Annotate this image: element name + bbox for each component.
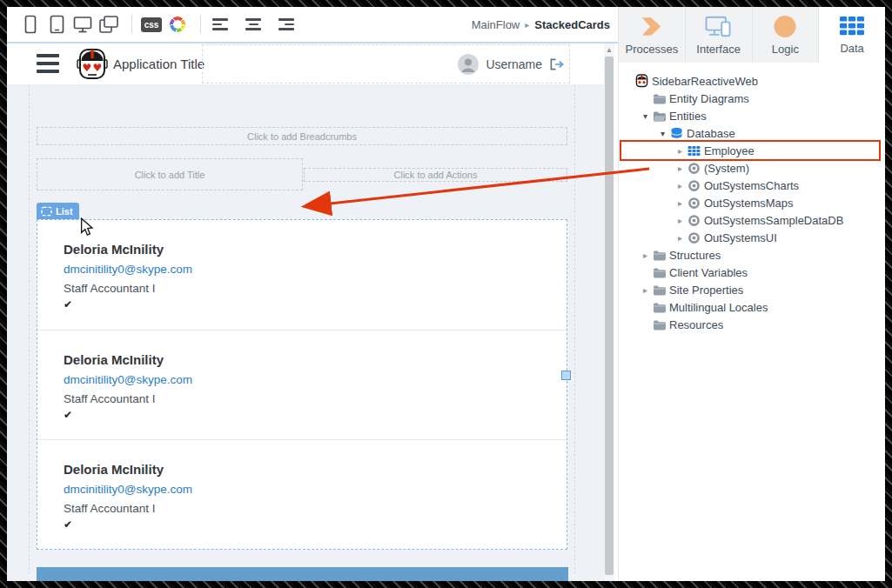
css-icon[interactable]: css [140,13,163,36]
employee-card[interactable]: Deloria McInilitydmcinitility0@skype.com… [37,330,567,439]
align-right-icon[interactable] [275,13,298,36]
hamburger-menu-icon[interactable] [37,54,59,73]
screen-right-edge [574,84,575,574]
footer-bar-widget[interactable] [37,567,568,581]
caret-collapsed-icon[interactable]: ▸ [640,285,651,295]
app-logo-icon[interactable]: ♥ ♥ [77,48,108,84]
tree-item-label: Employee [704,144,755,157]
card-email-link[interactable]: dmcinitility0@skype.com [64,263,567,276]
folder-icon [651,91,667,105]
checkmark-icon[interactable]: ✔ [64,298,567,311]
caret-collapsed-icon[interactable]: ▸ [674,198,686,208]
folder-icon [651,248,667,262]
data-icon [839,15,865,37]
placeholder-title[interactable]: Click to add Title [37,158,303,190]
employee-card[interactable]: Deloria McInilitydmcinitility0@skype.com… [37,220,567,330]
module-icon [686,196,701,210]
employee-card[interactable]: Deloria McInilitydmcinitility0@skype.com… [37,439,567,549]
styles-theme-icon[interactable] [166,13,189,36]
toolbar-divider [200,15,201,34]
tree-item-outsystemsmaps[interactable]: ▸OutSystemsMaps [619,194,885,211]
header-placeholder-cell[interactable]: Username [202,44,570,84]
logout-icon[interactable] [549,57,564,71]
card-role[interactable]: Staff Accountant I [64,282,567,295]
card-role[interactable]: Staff Accountant I [64,502,567,515]
tab-processes[interactable]: Processes [619,7,686,63]
screen-canvas[interactable]: ♥ ♥ Application Title Username [7,43,604,581]
tree-item-label: Database [687,127,735,140]
phone-icon[interactable] [19,13,42,36]
folder-icon [651,283,667,297]
folder-icon [651,300,667,314]
avatar-icon [458,54,479,75]
folder-open-icon [651,109,667,123]
card-name[interactable]: Deloria McInility [64,352,567,367]
tree-item-resources[interactable]: Resources [619,316,885,333]
tree-item-outsystemssampledatadb[interactable]: ▸OutSystemsSampleDataDB [619,211,885,229]
align-center-icon[interactable] [242,13,265,36]
tree-item-multilingual-locales[interactable]: Multilingual Locales [619,298,885,316]
screen-left-edge [29,84,30,574]
tree-item-database[interactable]: ▾Database [619,124,885,142]
list-widget-badge[interactable]: List [37,203,79,219]
checkmark-icon[interactable]: ✔ [64,409,567,421]
scrollbar-thumb[interactable] [605,57,614,575]
caret-collapsed-icon[interactable]: ▸ [674,216,686,225]
breadcrumb-screen[interactable]: StackedCards [534,18,610,31]
card-name[interactable]: Deloria McInility [64,462,567,477]
canvas-scrollbar[interactable]: ▲ [604,43,614,581]
checkmark-icon[interactable]: ✔ [64,518,567,531]
tree-item-label: (System) [704,162,749,175]
tree-item-label: Entities [669,110,707,123]
tree-item-system[interactable]: ▸(System) [619,159,885,177]
tree-item-sidebarreactiveweb[interactable]: SidebarReactiveWeb [619,72,885,90]
scrollbar-up-icon[interactable]: ▲ [604,45,614,56]
app-header-widget[interactable]: ♥ ♥ Application Title Username [7,43,604,84]
service-studio-window: css MainFlow ▸ StackedCards ♥ [0,0,892,588]
tree-item-structures[interactable]: ▸Structures [619,246,885,264]
tree-item-entity-diagrams[interactable]: Entity Diagrams [619,90,885,107]
tree-item-label: Entity Diagrams [669,92,749,105]
caret-collapsed-icon[interactable]: ▸ [640,251,651,260]
app-logo-icon [634,74,649,88]
processes-icon [639,15,665,38]
module-icon [686,161,701,175]
tree-item-employee[interactable]: ▸Employee [619,142,885,159]
tree-item-site-properties[interactable]: ▸Site Properties [619,281,885,298]
card-email-link[interactable]: dmcinitility0@skype.com [64,373,567,386]
tree-item-client-variables[interactable]: Client Variables [619,264,885,281]
card-email-link[interactable]: dmcinitility0@skype.com [64,483,567,496]
caret-expanded-icon[interactable]: ▾ [657,129,668,138]
logic-icon [773,15,797,38]
list-widget-icon [41,206,52,217]
card-name[interactable]: Deloria McInility [64,242,567,257]
interface-icon [704,15,733,38]
caret-collapsed-icon[interactable]: ▸ [674,164,686,173]
tree-item-outsystemsui[interactable]: ▸OutSystemsUI [619,229,885,246]
caret-collapsed-icon[interactable]: ▸ [674,146,686,156]
tree-item-label: Resources [669,318,723,331]
toolbar-divider [131,15,132,34]
tree-item-label: Client Variables [669,266,748,279]
align-left-icon[interactable] [209,13,231,36]
tab-logic[interactable]: Logic [753,7,820,63]
user-block[interactable]: Username [458,45,564,83]
monitor-icon[interactable] [71,13,94,36]
breadcrumb-flow[interactable]: MainFlow [472,18,520,31]
caret-expanded-icon[interactable]: ▾ [640,111,651,121]
card-role[interactable]: Staff Accountant I [64,392,567,405]
placeholder-actions[interactable]: Click to add Actions [304,168,567,182]
module-icon [686,213,701,227]
caret-collapsed-icon[interactable]: ▸ [674,233,686,243]
tree-item-entities[interactable]: ▾Entities [619,107,885,124]
rotate-orientation-icon[interactable] [97,13,120,36]
tablet-icon[interactable] [45,13,68,36]
app-title[interactable]: Application Title [113,43,205,84]
selection-handle[interactable] [561,371,571,380]
tree-item-outsystemscharts[interactable]: ▸OutSystemsCharts [619,177,885,194]
caret-collapsed-icon[interactable]: ▸ [674,181,686,190]
tab-data[interactable]: Data [819,7,885,63]
list-widget[interactable]: Deloria McInilitydmcinitility0@skype.com… [37,219,567,550]
tab-interface[interactable]: Interface [686,7,753,63]
placeholder-breadcrumbs[interactable]: Click to add Breadcrumbs [37,127,567,145]
